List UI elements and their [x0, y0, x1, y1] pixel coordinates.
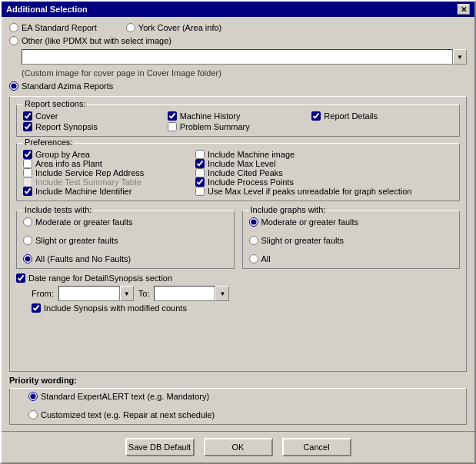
machine-image-text: Include Machine image	[208, 150, 295, 159]
ea-standard-label: EA Standard Report	[22, 23, 97, 32]
dialog-body: EA Standard Report York Cover (Area info…	[2, 17, 474, 431]
problem-summary-label: Problem Summary	[180, 122, 250, 131]
to-date-dropdown-btn[interactable]: ▼	[215, 286, 229, 301]
priority-customized-text: Customized text (e.g. Repair at next sch…	[41, 410, 215, 419]
max-level-label[interactable]: Include Max Level	[195, 159, 453, 168]
graphs-all-label[interactable]: All	[249, 254, 454, 263]
synopsis-checkbox-label[interactable]: Include Synopsis with modified counts	[32, 303, 460, 313]
additional-selection-dialog: Additional Selection ✕ EA Standard Repor…	[0, 0, 476, 464]
york-cover-radio-label[interactable]: York Cover (Area info)	[126, 23, 221, 32]
other-radio-label[interactable]: Other (like PDMX but with select image)	[9, 36, 171, 45]
service-rep-label[interactable]: Include Service Rep Address	[23, 168, 192, 177]
test-summary-text: Include Test Summary Table	[35, 177, 141, 187]
tests-moderate-radio[interactable]	[23, 217, 32, 227]
graphs-slight-label[interactable]: Slight or greater faults	[249, 236, 454, 245]
max-level-peaks-checkbox[interactable]	[195, 187, 205, 196]
ea-standard-radio-label[interactable]: EA Standard Report	[9, 23, 97, 32]
problem-summary-checkbox[interactable]	[168, 122, 177, 131]
process-points-text: Include Process Points	[208, 177, 294, 187]
other-image-dropdown-btn[interactable]: ▼	[453, 49, 467, 65]
machine-history-checkbox-label[interactable]: Machine History	[168, 111, 309, 121]
max-level-peaks-text: Use Max Level if peaks unreadable for gr…	[208, 187, 411, 196]
priority-customized-radio[interactable]	[28, 410, 38, 419]
process-points-checkbox[interactable]	[195, 177, 205, 187]
preferences-right: Include Machine image Include Max Level …	[195, 150, 453, 196]
tests-all-label[interactable]: All (Faults and No Faults)	[23, 254, 228, 263]
report-sections-title: Report sections:	[23, 99, 87, 108]
york-cover-label: York Cover (Area info)	[138, 23, 221, 32]
priority-standard-label[interactable]: Standard ExpertALERT text (e.g. Mandator…	[28, 392, 460, 401]
service-rep-checkbox[interactable]	[23, 168, 32, 177]
machine-identifier-text: Include Machine Identifier	[35, 187, 131, 196]
other-radio[interactable]	[9, 36, 18, 45]
area-info-plant-label[interactable]: Area info as Plant	[23, 159, 192, 168]
tests-slight-label[interactable]: Slight or greater faults	[23, 236, 228, 245]
other-combo-row: ▼	[9, 49, 467, 65]
save-db-default-button[interactable]: Save DB Default	[125, 438, 195, 456]
report-details-checkbox-label[interactable]: Report Details	[311, 111, 453, 121]
york-cover-radio[interactable]	[126, 23, 135, 32]
date-range-row: From: 10/18/2017 ▼ To: 10/23/2017 ▼	[16, 286, 460, 301]
graphs-moderate-label[interactable]: Moderate or greater faults	[249, 217, 454, 227]
max-level-peaks-label[interactable]: Use Max Level if peaks unreadable for gr…	[195, 187, 453, 196]
standard-azima-radio[interactable]	[9, 81, 18, 91]
from-date-input[interactable]: 10/18/2017	[58, 286, 120, 301]
cited-peaks-checkbox[interactable]	[195, 168, 205, 177]
area-info-plant-checkbox[interactable]	[23, 159, 32, 168]
to-date-input[interactable]: 10/23/2017	[154, 286, 215, 301]
group-by-area-label[interactable]: Group by Area	[23, 150, 192, 159]
include-graphs-content: Moderate or greater faults Slight or gre…	[249, 217, 454, 263]
cancel-button[interactable]: Cancel	[282, 438, 351, 456]
other-label: Other (like PDMX but with select image)	[22, 36, 171, 45]
close-button[interactable]: ✕	[458, 4, 470, 15]
report-synopsis-checkbox-label[interactable]: Report Synopsis	[23, 122, 165, 131]
cover-checkbox[interactable]	[23, 111, 32, 121]
to-date-combo: 10/23/2017 ▼	[154, 286, 229, 301]
machine-image-label[interactable]: Include Machine image	[195, 150, 453, 159]
synopsis-checkbox[interactable]	[32, 303, 41, 313]
other-image-input[interactable]	[22, 49, 453, 65]
tests-moderate-label[interactable]: Moderate or greater faults	[23, 217, 228, 227]
date-range-text: Date range for Detail\Synopsis section	[28, 273, 172, 283]
process-points-label[interactable]: Include Process Points	[195, 177, 453, 187]
standard-azima-section: Report sections: Cover Machine History	[9, 96, 467, 372]
machine-image-checkbox[interactable]	[195, 150, 205, 159]
cited-peaks-label[interactable]: Include Cited Peaks	[195, 168, 453, 177]
from-date-dropdown-btn[interactable]: ▼	[120, 286, 134, 301]
report-details-checkbox[interactable]	[311, 111, 321, 121]
report-sections-grid: Cover Machine History Report Details	[23, 111, 453, 131]
report-synopsis-label: Report Synopsis	[35, 122, 98, 131]
report-details-label: Report Details	[324, 111, 378, 121]
dialog-footer: Save DB Default OK Cancel	[2, 431, 474, 462]
report-synopsis-checkbox[interactable]	[23, 122, 32, 131]
machine-identifier-checkbox[interactable]	[23, 187, 32, 196]
priority-title: Priority wording:	[9, 376, 467, 385]
preferences-title: Preferences:	[23, 138, 74, 147]
machine-history-checkbox[interactable]	[168, 111, 177, 121]
dialog-title: Additional Selection	[6, 5, 88, 14]
tests-all-radio[interactable]	[23, 254, 32, 263]
max-level-checkbox[interactable]	[195, 159, 205, 168]
graphs-slight-radio[interactable]	[249, 236, 258, 245]
group-by-area-checkbox[interactable]	[23, 150, 32, 159]
to-label: To:	[138, 289, 150, 298]
preferences-left: Group by Area Area info as Plant Include…	[23, 150, 192, 196]
cover-checkbox-label[interactable]: Cover	[23, 111, 165, 121]
group-by-area-text: Group by Area	[35, 150, 90, 159]
tests-slight-radio[interactable]	[23, 236, 32, 245]
include-tests-content: Moderate or greater faults Slight or gre…	[23, 217, 228, 263]
graphs-all-radio[interactable]	[249, 254, 258, 263]
ea-standard-radio[interactable]	[9, 23, 18, 32]
problem-summary-checkbox-label[interactable]: Problem Summary	[168, 122, 309, 131]
graphs-moderate-radio[interactable]	[249, 217, 258, 227]
priority-group: Standard ExpertALERT text (e.g. Mandator…	[9, 388, 467, 425]
priority-standard-radio[interactable]	[28, 392, 38, 401]
ok-button[interactable]: OK	[204, 438, 273, 456]
synopsis-row: Include Synopsis with modified counts	[16, 303, 460, 313]
priority-customized-label[interactable]: Customized text (e.g. Repair at next sch…	[28, 410, 460, 419]
preferences-grid: Group by Area Area info as Plant Include…	[23, 150, 453, 196]
date-range-checkbox-label[interactable]: Date range for Detail\Synopsis section	[16, 273, 460, 283]
machine-identifier-label[interactable]: Include Machine Identifier	[23, 187, 192, 196]
standard-azima-radio-label[interactable]: Standard Azima Reports	[9, 81, 113, 91]
date-range-checkbox[interactable]	[16, 273, 25, 283]
